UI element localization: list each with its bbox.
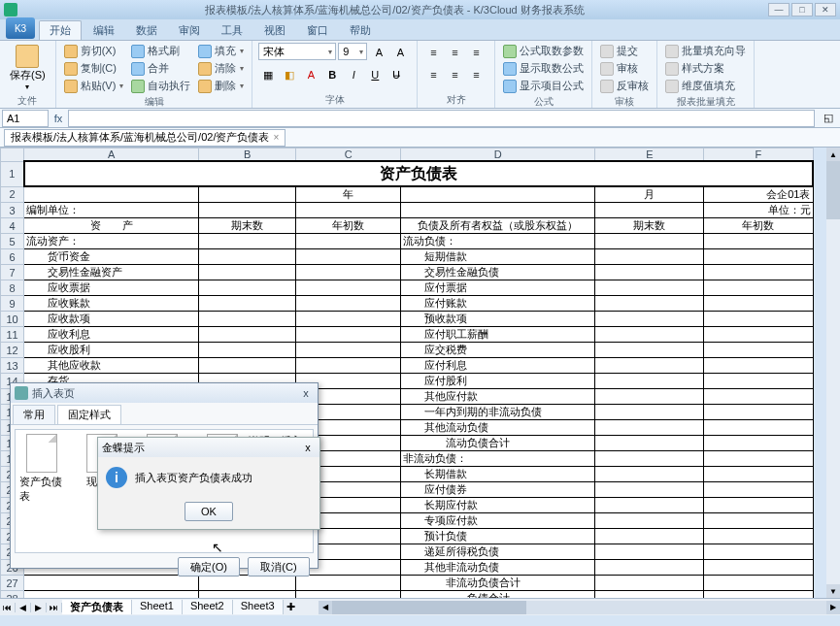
col-header[interactable]: A <box>24 148 199 162</box>
format-brush-button[interactable]: 格式刷 <box>129 43 192 59</box>
scroll-up-icon[interactable]: ▲ <box>826 148 840 161</box>
table-row[interactable]: 8 应收票据 应付票据 <box>1 280 814 296</box>
cell[interactable]: 应付票据 <box>401 280 595 296</box>
cell[interactable]: 预收款项 <box>401 312 595 327</box>
bold-button[interactable]: B <box>322 65 342 84</box>
cell[interactable] <box>296 343 401 358</box>
cell[interactable] <box>704 405 813 420</box>
scroll-thumb[interactable] <box>826 161 840 219</box>
cell[interactable] <box>296 296 401 312</box>
row-header[interactable]: 12 <box>1 343 24 358</box>
cell[interactable] <box>199 203 296 218</box>
cell[interactable] <box>704 451 813 467</box>
cell[interactable] <box>595 203 704 218</box>
cell[interactable]: 应交税费 <box>401 343 595 358</box>
fill-button[interactable]: 填充▾ <box>196 43 246 59</box>
cell[interactable] <box>595 234 704 249</box>
cell[interactable] <box>704 343 813 358</box>
table-row[interactable]: 3编制单位：单位：元 <box>1 203 814 218</box>
cell[interactable]: 长期应付款 <box>401 498 595 513</box>
cell[interactable] <box>704 420 813 436</box>
row-header[interactable]: 8 <box>1 280 24 296</box>
align-right-button[interactable]: ≡ <box>466 65 486 84</box>
cell[interactable] <box>595 498 704 513</box>
cell[interactable]: 期末数 <box>199 218 296 234</box>
cell[interactable]: 应付利息 <box>401 358 595 374</box>
col-header[interactable]: B <box>199 148 296 162</box>
cell[interactable]: 非流动负债合计 <box>401 576 595 591</box>
cell[interactable] <box>595 436 704 451</box>
cell[interactable] <box>595 280 704 296</box>
table-row[interactable]: 1资产负债表 <box>1 161 814 186</box>
cell[interactable]: 交易性金融负债 <box>401 265 595 280</box>
show-fx-button[interactable]: 显示取数公式 <box>501 60 586 77</box>
row-header[interactable]: 11 <box>1 327 24 343</box>
cut-button[interactable]: 剪切(X) <box>62 43 126 59</box>
cell[interactable]: 流动负债： <box>401 234 595 249</box>
cell[interactable]: 递延所得税负债 <box>401 544 595 560</box>
align-center-button[interactable]: ≡ <box>445 65 464 84</box>
formula-input[interactable] <box>68 110 815 127</box>
ribbon-tab[interactable]: 数据 <box>126 21 167 40</box>
ribbon-tab[interactable]: 窗口 <box>297 21 338 40</box>
underline-button[interactable]: U <box>365 65 385 84</box>
cell[interactable] <box>704 312 813 327</box>
cell[interactable] <box>704 280 813 296</box>
cell[interactable] <box>704 544 813 560</box>
sheet-tab[interactable]: Sheet3 <box>233 600 284 614</box>
cell[interactable] <box>199 280 296 296</box>
table-row[interactable]: 2年月会企01表 <box>1 186 814 203</box>
cell[interactable] <box>24 186 199 203</box>
column-header-row[interactable]: A B C D E F <box>1 148 814 162</box>
autorun-button[interactable]: 自动执行 <box>129 78 192 94</box>
cell[interactable] <box>595 467 704 482</box>
cell[interactable]: 应收账款 <box>24 296 199 312</box>
fontcolor-button[interactable]: A <box>301 65 320 84</box>
row-header[interactable]: 3 <box>1 203 24 218</box>
cell[interactable]: 期末数 <box>595 218 704 234</box>
app-menu-button[interactable]: K3 <box>6 17 35 39</box>
cell[interactable] <box>199 312 296 327</box>
cell[interactable] <box>595 374 704 389</box>
cell[interactable] <box>704 296 813 312</box>
cell[interactable] <box>704 560 813 576</box>
cell[interactable] <box>704 265 813 280</box>
horizontal-scrollbar[interactable]: ◀ ▶ <box>319 601 840 614</box>
cell[interactable] <box>199 296 296 312</box>
cell[interactable]: 其他应付款 <box>401 389 595 405</box>
cell[interactable] <box>595 249 704 265</box>
cell[interactable] <box>401 203 595 218</box>
cell[interactable] <box>704 482 813 498</box>
paste-button[interactable]: 粘贴(V)▾ <box>62 78 126 94</box>
cell[interactable] <box>704 513 813 529</box>
table-row[interactable]: 11 应收利息 应付职工薪酬 <box>1 327 814 343</box>
cell[interactable]: 专项应付款 <box>401 513 595 529</box>
cell[interactable]: 流动资产： <box>24 234 199 249</box>
cell[interactable]: 应收利息 <box>24 327 199 343</box>
document-tab[interactable]: 报表模板/法人核算体系/蓝海机械总公司/02/资产负债表 × <box>4 129 286 147</box>
delete-button[interactable]: 删除▾ <box>196 78 246 94</box>
ribbon-tab[interactable]: 帮助 <box>340 21 381 40</box>
col-header[interactable]: C <box>296 148 401 162</box>
row-header[interactable]: 1 <box>1 161 24 186</box>
cell[interactable] <box>595 296 704 312</box>
row-header[interactable]: 5 <box>1 234 24 249</box>
window-maximize[interactable]: □ <box>791 3 813 16</box>
sheet-tab[interactable]: 资产负债表 <box>62 600 132 614</box>
cell[interactable]: 应付账款 <box>401 296 595 312</box>
sheet-nav-prev-icon[interactable]: ◀ <box>16 603 31 612</box>
cell[interactable] <box>296 358 401 374</box>
dialog-ok-button[interactable]: 确定(O) <box>178 557 240 577</box>
sheet-nav-first-icon[interactable]: ⏮ <box>0 603 16 612</box>
hscroll-right-icon[interactable]: ▶ <box>826 601 840 614</box>
font-size-select[interactable]: 9 <box>338 43 367 60</box>
col-header[interactable]: F <box>704 148 813 162</box>
table-row[interactable]: 5流动资产：流动负债： <box>1 234 814 249</box>
cell[interactable]: 会企01表 <box>704 186 813 203</box>
toggle-panel-icon[interactable]: ◱ <box>817 112 840 124</box>
ribbon-tab[interactable]: 审阅 <box>169 21 210 40</box>
name-box[interactable]: A1 <box>2 110 49 127</box>
row-header[interactable]: 6 <box>1 249 24 265</box>
cell[interactable]: 其他应收款 <box>24 358 199 374</box>
sheet-tab[interactable]: Sheet1 <box>132 600 183 614</box>
